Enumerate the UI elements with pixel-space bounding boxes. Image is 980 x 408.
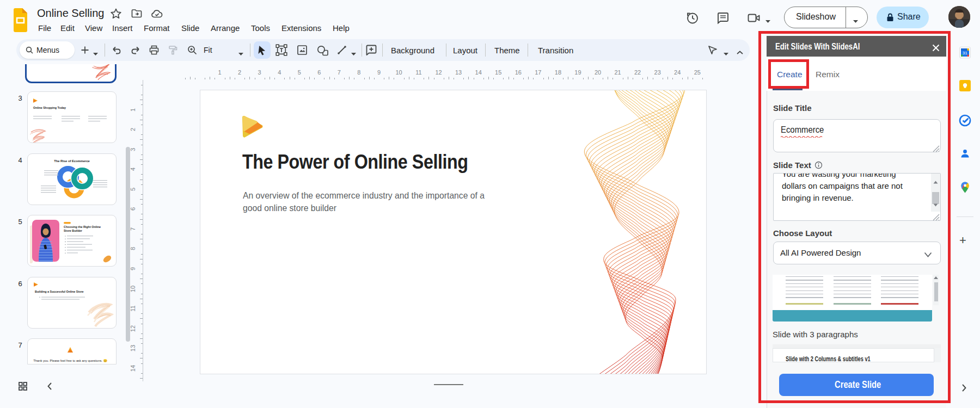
svg-text:02: 02 (85, 177, 88, 180)
svg-text:Store Builder: Store Builder (64, 229, 83, 232)
svg-text:Thank you. Please feel free to: Thank you. Please feel free to ask any q… (33, 358, 107, 363)
svg-text:The Rise of Ecommerce: The Rise of Ecommerce (54, 159, 90, 163)
svg-text:Choosing the Right Online: Choosing the Right Online (64, 225, 101, 228)
svg-text:Online Shopping Today: Online Shopping Today (33, 106, 66, 109)
svg-text:03: 03 (72, 188, 76, 191)
svg-text:31: 31 (963, 51, 967, 55)
svg-text:01: 01 (67, 171, 70, 174)
svg-text:Building a Successful Online S: Building a Successful Online Store (35, 290, 84, 293)
